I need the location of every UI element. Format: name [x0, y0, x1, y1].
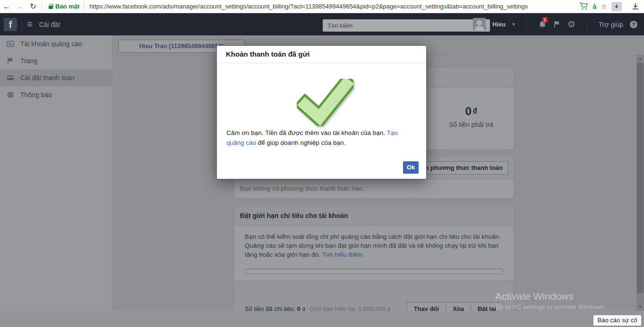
user-menu[interactable]: Hieu [492, 21, 506, 28]
notifications-bell-icon[interactable]: 1 [538, 20, 547, 29]
search-input[interactable] [323, 22, 477, 29]
report-problem-button[interactable]: Báo cáo sự cố [593, 315, 642, 326]
amount-due-column: 0đ Số tiền phải trả [428, 88, 514, 150]
chevron-down-icon[interactable]: ▾ [512, 21, 515, 27]
dialog-title: Khoản thanh toán đã gửi [217, 46, 426, 63]
avatar[interactable] [473, 18, 486, 31]
spend-limit-title: Đặt giới hạn chi tiêu cho tài khoản [234, 207, 514, 225]
settings-gear-icon[interactable]: ⚙ [567, 19, 575, 30]
credit-card-icon [7, 74, 14, 82]
help-question-icon[interactable]: ? [630, 21, 637, 28]
learn-more-link[interactable]: Tìm hiểu thêm. [322, 251, 364, 258]
browser-toolbar: ← → ↻ Bảo mật https://www.facebook.com/a… [0, 0, 644, 13]
navbar-divider [22, 19, 22, 30]
sidebar-item-label: Tài khoản quảng cáo [20, 40, 82, 48]
address-bar[interactable]: https://www.facebook.com/ads/manager/acc… [89, 3, 575, 10]
amount-due-value: 0đ [429, 105, 514, 118]
navbar-right-cluster: Hieu ▾ 1 ⚙ Trợ giúp ? [473, 13, 644, 35]
bookmark-star-icon[interactable]: ☆ [601, 2, 607, 11]
vertical-scrollbar[interactable]: ▲ ▼ [636, 55, 644, 311]
url-divider [84, 2, 85, 11]
reload-icon[interactable]: ↻ [26, 2, 40, 11]
search-box [323, 19, 490, 32]
description-text: Bạn có thể kiểm soát tổng chi phí quảng … [245, 233, 501, 258]
notification-badge: 1 [542, 17, 548, 23]
download-extension-icon[interactable] [611, 2, 622, 11]
spend-limit-header: Đặt giới hạn chi tiêu cho tài khoản [234, 207, 514, 226]
scrollbar-thumb[interactable] [637, 63, 644, 293]
globe-icon [7, 91, 14, 99]
back-icon[interactable]: ← [0, 2, 13, 11]
security-chip[interactable]: Bảo mật [46, 3, 84, 10]
security-label: Bảo mật [55, 3, 79, 10]
facebook-logo[interactable]: f [4, 18, 17, 31]
payment-submitted-dialog: Khoản thanh toán đã gửi Cảm ơn bạn. Tiền… [216, 45, 427, 179]
amount-due-caption: Số tiền phải trả [429, 121, 514, 128]
page-title: Cài đặt [39, 21, 60, 28]
extension-icon[interactable]: à [592, 2, 596, 10]
lock-icon [49, 6, 53, 9]
facebook-navbar: f ≡ Cài đặt Hieu ▾ 1 ⚙ Trợ giúp ? [0, 13, 644, 35]
settings-sidebar: Tài khoản quảng cáo Trang Cài đặt thanh … [0, 35, 112, 311]
sidebar-item-ad-accounts[interactable]: Tài khoản quảng cáo [0, 35, 112, 52]
no-payment-method-text: Bạn không có phương thức thanh toán nào. [234, 179, 514, 198]
sidebar-item-label: Thông báo [20, 91, 52, 99]
cart-extension-icon[interactable] [579, 2, 588, 10]
sidebar-item-pages[interactable]: Trang [0, 52, 112, 69]
pages-flag-icon[interactable] [553, 20, 561, 28]
sidebar-item-label: Cài đặt thanh toán [20, 74, 74, 82]
navbar-divider [526, 19, 527, 30]
currency-symbol: đ [473, 107, 477, 114]
spend-limit-card: Đặt giới hạn chi tiêu cho tài khoản Bạn … [234, 206, 514, 327]
success-check-icon [297, 79, 353, 128]
forward-icon[interactable]: → [13, 2, 26, 11]
help-link[interactable]: Trợ giúp [599, 21, 623, 28]
message-text: Cảm ơn bạn. Tiền đã được thêm vào tài kh… [226, 129, 386, 136]
ad-account-icon [7, 40, 14, 48]
ok-button[interactable]: Ok [403, 161, 419, 174]
downloads-tray-icon[interactable] [632, 3, 639, 10]
flag-icon [7, 57, 14, 65]
page-footer [0, 311, 644, 327]
scroll-down-arrow[interactable]: ▼ [636, 303, 644, 311]
dialog-message: Cảm ơn bạn. Tiền đã được thêm vào tài kh… [226, 128, 413, 148]
amount-number: 0 [465, 105, 472, 117]
message-tail-text: để giúp doanh nghiệp của bạn. [256, 139, 345, 146]
menu-hamburger-icon[interactable]: ≡ [27, 19, 33, 30]
sidebar-item-label: Trang [20, 57, 37, 65]
spend-limit-description: Bạn có thể kiểm soát tổng chi phí quảng … [234, 226, 514, 259]
browser-actions: à ☆ [575, 2, 644, 11]
spend-limit-progressbar [245, 268, 504, 274]
navbar-divider [587, 19, 587, 30]
sidebar-item-payment-settings[interactable]: Cài đặt thanh toán [0, 69, 112, 86]
omnibox-divider [42, 2, 42, 11]
sidebar-item-notifications[interactable]: Thông báo [0, 86, 112, 103]
scroll-up-arrow[interactable]: ▲ [636, 55, 644, 63]
